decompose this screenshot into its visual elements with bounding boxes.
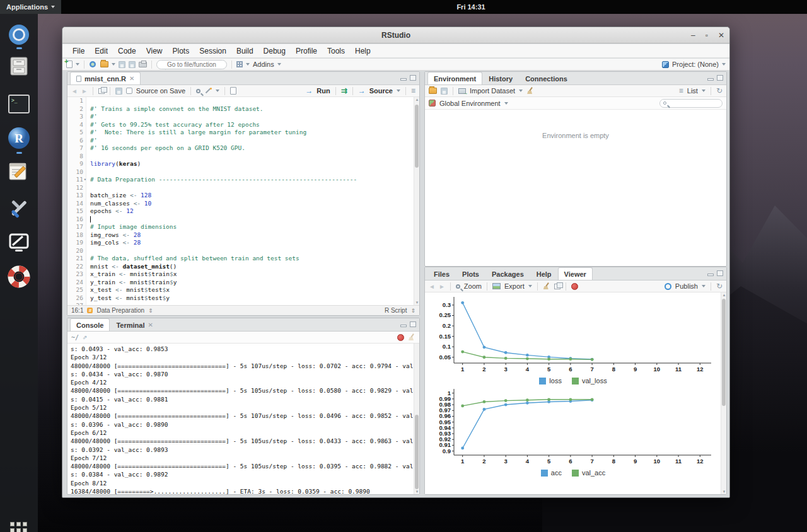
- addins-dropdown-icon[interactable]: [277, 63, 281, 66]
- tab-history[interactable]: History: [482, 72, 519, 84]
- minimize-pane-icon[interactable]: [400, 78, 407, 81]
- tab-console[interactable]: Console: [70, 318, 110, 331]
- console-output[interactable]: s: 0.0493 - val_acc: 0.9853Epoch 3/12480…: [67, 344, 413, 494]
- tab-files[interactable]: Files: [427, 267, 456, 280]
- menu-session[interactable]: Session: [194, 47, 231, 55]
- load-workspace-icon[interactable]: [429, 88, 437, 94]
- minimize-button[interactable]: –: [691, 31, 695, 40]
- menu-code[interactable]: Code: [113, 47, 141, 55]
- export-dropdown-icon[interactable]: [528, 285, 532, 287]
- tab-environment[interactable]: Environment: [427, 72, 482, 84]
- code-tools-icon[interactable]: [204, 87, 212, 95]
- list-dropdown-icon[interactable]: [702, 90, 705, 92]
- code-line[interactable]: 12: [67, 184, 419, 192]
- app-grid-button[interactable]: [10, 522, 28, 532]
- code-line[interactable]: 2#' Trains a simple convnet on the MNIST…: [67, 105, 419, 113]
- forward-icon[interactable]: ►: [81, 88, 88, 95]
- import-dataset-button[interactable]: Import Dataset: [470, 87, 515, 95]
- import-dropdown-icon[interactable]: [519, 90, 523, 92]
- clear-environment-icon[interactable]: [526, 87, 534, 95]
- back-icon[interactable]: ◄: [429, 283, 435, 290]
- code-line[interactable]: 20: [67, 247, 419, 255]
- save-icon[interactable]: [119, 61, 125, 68]
- maximize-pane-icon[interactable]: [410, 75, 416, 81]
- text-editor-icon[interactable]: [7, 159, 31, 183]
- zoom-button[interactable]: Zoom: [464, 282, 482, 290]
- code-line[interactable]: 6#': [67, 137, 419, 145]
- help-lifesaver-icon[interactable]: [7, 265, 31, 289]
- tab-terminal[interactable]: Terminal ✕: [110, 318, 159, 331]
- print-icon[interactable]: [139, 62, 147, 67]
- export-button[interactable]: Export: [504, 282, 525, 290]
- forward-icon[interactable]: ►: [439, 283, 445, 290]
- publish-dropdown-icon[interactable]: [702, 285, 705, 287]
- code-line[interactable]: 3#': [67, 113, 419, 121]
- file-manager-icon[interactable]: [7, 54, 31, 78]
- find-icon[interactable]: [196, 89, 200, 93]
- project-selector[interactable]: Project: (None): [672, 61, 719, 68]
- refresh-viewer-icon[interactable]: ↻: [716, 282, 723, 290]
- rerun-icon[interactable]: ⇉: [341, 86, 347, 95]
- source-on-save-checkbox[interactable]: [126, 88, 132, 94]
- code-line[interactable]: 9library(keras): [67, 160, 419, 168]
- code-line[interactable]: 18img_rows <- 28: [67, 231, 419, 240]
- code-line[interactable]: 11▾# Data Preparation ------------------…: [67, 176, 419, 184]
- minimize-pane-icon[interactable]: [707, 78, 714, 81]
- menu-debug[interactable]: Debug: [258, 47, 291, 55]
- code-line[interactable]: 5#' Note: There is still a large margin …: [67, 129, 419, 137]
- minimize-pane-icon[interactable]: [400, 325, 407, 327]
- goto-file-function-input[interactable]: [156, 60, 227, 69]
- file-type-selector[interactable]: R Script: [385, 307, 407, 314]
- addins-grid-icon[interactable]: [236, 61, 243, 67]
- compile-report-icon[interactable]: [230, 87, 236, 95]
- maximize-button[interactable]: ▫: [705, 31, 708, 40]
- console-scrollbar-thumb[interactable]: [415, 415, 419, 489]
- popout-viewer-icon[interactable]: [554, 284, 560, 289]
- source-button[interactable]: Source: [369, 87, 393, 95]
- code-line[interactable]: 16: [67, 216, 419, 224]
- scope-dropdown-icon[interactable]: [504, 102, 508, 105]
- tab-help[interactable]: Help: [530, 267, 558, 280]
- close-tab-icon[interactable]: ✕: [148, 321, 153, 328]
- menu-file[interactable]: File: [67, 47, 90, 55]
- tab-viewer[interactable]: Viewer: [558, 267, 593, 280]
- code-line[interactable]: 1: [67, 97, 419, 105]
- section-selector[interactable]: Data Preparation: [96, 307, 144, 314]
- r-project-icon[interactable]: R: [7, 126, 31, 150]
- clear-console-icon[interactable]: [408, 333, 415, 341]
- goto-directory-icon[interactable]: ⇗: [83, 334, 88, 340]
- minimize-pane-icon[interactable]: [707, 274, 714, 276]
- save-all-icon[interactable]: [129, 61, 136, 68]
- code-editor[interactable]: 12#' Trains a simple convnet on the MNIS…: [67, 97, 419, 305]
- tab-connections[interactable]: Connections: [519, 72, 574, 84]
- document-outline-icon[interactable]: ≡: [411, 86, 415, 95]
- popout-icon[interactable]: [98, 88, 105, 94]
- tools-icon[interactable]: [7, 197, 31, 221]
- close-button[interactable]: ✕: [718, 31, 724, 40]
- applications-menu[interactable]: Applications: [0, 0, 61, 14]
- console-scrollbar[interactable]: ▼: [414, 344, 419, 494]
- menu-edit[interactable]: Edit: [90, 47, 113, 55]
- code-line[interactable]: 26y_test <- mnist$test$y: [67, 294, 419, 303]
- open-file-dropdown-icon[interactable]: [112, 63, 115, 66]
- code-line[interactable]: 24y_train <- mnist$train$y: [67, 279, 419, 287]
- terminal-icon[interactable]: >_: [7, 92, 31, 116]
- code-line[interactable]: 22mnist <- dataset_mnist(): [67, 263, 419, 271]
- maximize-pane-icon[interactable]: [717, 75, 723, 81]
- open-file-icon[interactable]: [100, 61, 108, 67]
- code-line[interactable]: 17# Input image dimensions: [67, 223, 419, 231]
- goto-file-function[interactable]: [156, 60, 227, 69]
- code-line[interactable]: 25x_test <- mnist$test$x: [67, 286, 419, 294]
- clear-viewer-icon[interactable]: [543, 282, 550, 290]
- menu-tools[interactable]: Tools: [322, 47, 350, 55]
- new-file-icon[interactable]: [66, 61, 73, 68]
- new-project-icon[interactable]: [89, 61, 97, 69]
- editor-scrollbar-thumb[interactable]: [415, 105, 419, 168]
- tab-packages[interactable]: Packages: [485, 267, 530, 280]
- project-dropdown-icon[interactable]: [722, 63, 726, 66]
- viewer-scrollbar-thumb[interactable]: [722, 299, 726, 406]
- viewer-scrollbar[interactable]: ▲ ▼: [721, 292, 726, 494]
- code-line[interactable]: 19img_cols <- 28: [67, 239, 419, 247]
- code-line[interactable]: 14num_classes <- 10: [67, 200, 419, 208]
- editor-scrollbar[interactable]: ▲ ▼: [414, 97, 419, 305]
